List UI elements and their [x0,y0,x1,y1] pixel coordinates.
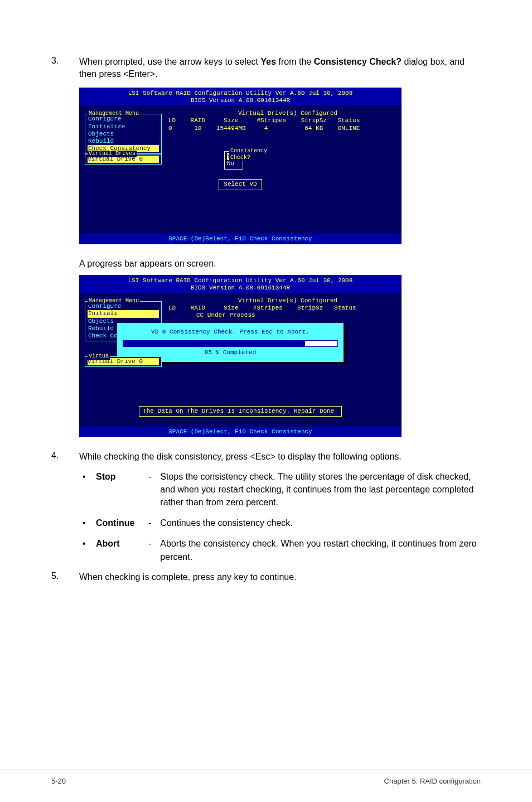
option-stop: • Stop - Stops the consistency check. Th… [83,470,481,509]
step-number: 5. [51,571,79,583]
bios-title-line2: BIOS Version A.08.09161344R [79,284,402,292]
bios-footer: SPACE-(De)Select, F10-Check Consistency [79,234,402,244]
menu-item-objects[interactable]: Objects [88,131,159,138]
option-name: Stop [96,470,139,509]
bullet-icon: • [83,470,87,509]
repair-done-message: The Data On The Drives Is Inconsistency.… [139,406,342,417]
chapter-title: Chapter 5: RAID configuration [384,777,481,785]
option-description: Stops the consistency check. The utility… [160,470,481,509]
bios-title: LSI Software RAID Configuration Utility … [79,88,402,105]
cc-under-process: CC Under Process [196,312,396,319]
progress-percent: 85 % Completed [123,349,338,356]
management-menu-title: Management Menu [88,298,140,305]
consistency-check-dialog: Consistency Check? Yes No [224,151,243,169]
bios-title-line2: BIOS Version A.08.09161344R [79,97,402,104]
progress-bar-fill [123,341,305,346]
step-number: 4. [51,451,79,463]
step-4: 4. While checking the disk consistency, … [51,451,481,463]
bios-body: Virtual Drive(s) Configured Management M… [79,105,402,234]
management-menu-title: Management Menu [88,110,140,117]
page-number: 5-20 [51,777,66,785]
bios-title-line1: LSI Software RAID Configuration Utility … [79,277,402,284]
dialog-option-no[interactable]: No [227,160,238,167]
step-5: 5. When checking is complete, press any … [51,571,481,583]
bullet-icon: • [83,516,87,529]
text-fragment: from the [276,57,314,66]
virtual-drives-box: Virtua Virtual Drive 0 [85,356,162,367]
option-continue: • Continue - Continues the consistency c… [83,516,481,529]
select-vd-button[interactable]: Select VD [219,179,262,190]
option-description: Aborts the consistency check. When you r… [160,537,481,563]
vd-configured-label: Virtual Drive(s) Configured [180,110,396,117]
step-3-text: When prompted, use the arrow keys to sel… [79,56,481,81]
table-header: LD RAID Size #Stripes StripSz Status [168,117,396,124]
text-bold: Yes [260,57,276,66]
text-fragment: When prompted, use the arrow keys to sel… [79,57,260,66]
dialog-title: Consistency Check? [229,148,268,161]
virtual-drives-title: Virtua [88,353,110,360]
menu-item-rebuild[interactable]: Rebuild [88,138,159,145]
option-abort: • Abort - Aborts the consistency check. … [83,537,481,563]
table-header: LD RAID Size #Stripes StripSz Status [168,305,396,312]
bios-screenshot-1: LSI Software RAID Configuration Utility … [79,88,402,245]
step-number: 3. [51,56,79,81]
page-footer: 5-20 Chapter 5: RAID configuration [0,770,532,785]
separator: - [148,470,151,509]
option-name: Abort [96,537,139,563]
option-name: Continue [96,516,139,529]
menu-item-initialize[interactable]: Initialize [88,123,159,131]
table-row: 0 10 154494MB 4 64 KB ONLINE [168,125,396,132]
bullet-icon: • [83,537,87,563]
bios-title: LSI Software RAID Configuration Utility … [79,275,402,293]
virtual-drives-title: Virtual Drives [88,151,137,157]
step-3: 3. When prompted, use the arrow keys to … [51,56,481,81]
option-description: Continues the consistency check. [160,516,481,529]
bios-footer: SPACE-(De)Select, F10-Check Consistency [79,427,402,437]
progress-caption: A progress bar appears on screen. [51,258,481,270]
step-5-text: When checking is complete, press any key… [79,571,481,583]
separator: - [148,537,151,563]
step-4-text: While checking the disk consistency, pre… [79,451,481,463]
bios-screenshot-2: LSI Software RAID Configuration Utility … [79,275,402,438]
option-list: • Stop - Stops the consistency check. Th… [51,470,481,563]
bios-title-line1: LSI Software RAID Configuration Utility … [79,90,402,97]
separator: - [148,516,151,529]
virtual-drives-box: Virtual Drives Virtual Drive 0 [85,154,162,165]
text-bold: Consistency Check? [314,57,402,66]
bios-body: Virtual Drive(s) Configured Management M… [79,293,402,427]
vd-configured-label: Virtual Drive(s) Configured [180,297,396,305]
menu-item-initialize[interactable]: Initiali [88,310,159,317]
management-menu: Management Menu Configure Initialize Obj… [85,114,162,154]
progress-message: VD 0 Consistency Check. Press Esc to Abo… [123,328,338,336]
progress-bar [123,340,338,347]
